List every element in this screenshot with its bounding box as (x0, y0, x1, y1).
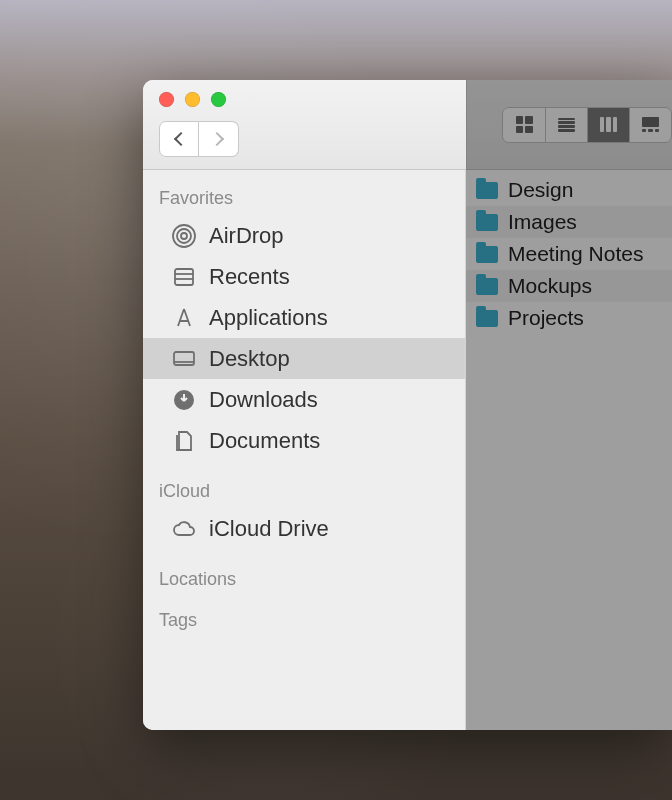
file-row[interactable]: Projects (466, 302, 672, 334)
chevron-left-icon (173, 132, 187, 146)
file-row[interactable]: Mockups (466, 270, 672, 302)
folder-icon (476, 310, 498, 327)
sidebar-item-downloads[interactable]: Downloads (143, 379, 465, 420)
airdrop-icon (171, 224, 197, 248)
applications-icon (171, 306, 197, 330)
folder-icon (476, 278, 498, 295)
file-name: Mockups (508, 274, 592, 298)
svg-point-1 (177, 229, 191, 243)
section-tags-label: Tags (143, 604, 465, 637)
view-column-button[interactable] (587, 108, 629, 142)
svg-rect-6 (174, 352, 194, 365)
sidebar-item-label: Applications (209, 305, 328, 331)
close-window-button[interactable] (159, 92, 174, 107)
nav-buttons (159, 121, 466, 157)
sidebar-item-label: iCloud Drive (209, 516, 329, 542)
nav-forward-button[interactable] (199, 121, 239, 157)
sidebar: Favorites AirDrop Recents (143, 170, 466, 730)
cloud-icon (171, 517, 197, 541)
section-locations-label: Locations (143, 563, 465, 596)
column-icon (600, 117, 617, 132)
file-row[interactable]: Images (466, 206, 672, 238)
toolbar-left (143, 80, 466, 170)
sidebar-item-icloud-drive[interactable]: iCloud Drive (143, 508, 465, 549)
file-row[interactable]: Design (466, 174, 672, 206)
recents-icon (171, 265, 197, 289)
minimize-window-button[interactable] (185, 92, 200, 107)
file-name: Projects (508, 306, 584, 330)
sidebar-item-label: Recents (209, 264, 290, 290)
sidebar-item-documents[interactable]: Documents (143, 420, 465, 461)
window-controls (159, 92, 466, 107)
folder-icon (476, 246, 498, 263)
file-name: Meeting Notes (508, 242, 643, 266)
view-icon-button[interactable] (503, 108, 545, 142)
svg-point-0 (181, 233, 187, 239)
desktop-icon (171, 347, 197, 371)
chevron-right-icon (210, 132, 224, 146)
downloads-icon (171, 388, 197, 412)
sidebar-item-label: Documents (209, 428, 320, 454)
finder-window: Favorites AirDrop Recents (143, 80, 672, 730)
file-name: Images (508, 210, 577, 234)
svg-rect-3 (175, 269, 193, 285)
section-favorites-label: Favorites (143, 182, 465, 215)
folder-icon (476, 214, 498, 231)
file-row[interactable]: Meeting Notes (466, 238, 672, 270)
section-icloud-label: iCloud (143, 475, 465, 508)
view-gallery-button[interactable] (629, 108, 671, 142)
zoom-window-button[interactable] (211, 92, 226, 107)
toolbar-right (466, 80, 672, 170)
content-pane: Design Images Meeting Notes Mockups Proj… (466, 170, 672, 730)
sidebar-item-label: Desktop (209, 346, 290, 372)
sidebar-item-recents[interactable]: Recents (143, 256, 465, 297)
folder-icon (476, 182, 498, 199)
sidebar-item-label: AirDrop (209, 223, 284, 249)
grid-icon (516, 116, 533, 133)
view-mode-segment (502, 107, 672, 143)
gallery-icon (642, 117, 659, 132)
list-icon (558, 118, 575, 132)
view-list-button[interactable] (545, 108, 587, 142)
window-body: Favorites AirDrop Recents (143, 170, 672, 730)
nav-back-button[interactable] (159, 121, 199, 157)
sidebar-item-applications[interactable]: Applications (143, 297, 465, 338)
documents-icon (171, 429, 197, 453)
sidebar-item-airdrop[interactable]: AirDrop (143, 215, 465, 256)
toolbar (143, 80, 672, 170)
file-name: Design (508, 178, 573, 202)
sidebar-item-label: Downloads (209, 387, 318, 413)
sidebar-item-desktop[interactable]: Desktop (143, 338, 465, 379)
